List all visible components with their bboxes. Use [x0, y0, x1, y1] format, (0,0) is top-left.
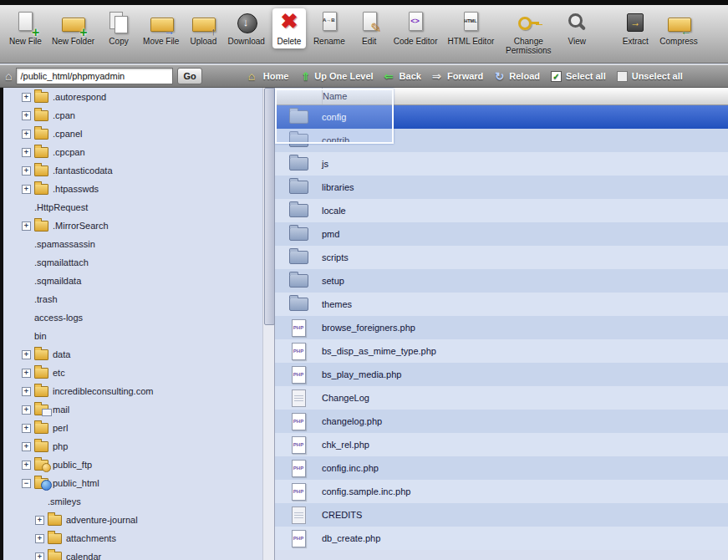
plus-expand-icon[interactable]: + [22, 405, 31, 415]
file-row[interactable]: bs_disp_as_mime_type.php [275, 339, 728, 363]
file-row[interactable]: browse_foreigners.php [275, 316, 728, 339]
toolbar-button-delete[interactable]: Delete [272, 8, 306, 48]
path-input[interactable] [16, 68, 173, 84]
plus-expand-icon[interactable]: + [22, 111, 31, 120]
file-row[interactable]: config [275, 105, 728, 129]
nav-back[interactable]: Back [384, 71, 421, 82]
nav-forward[interactable]: Forward [432, 71, 483, 82]
file-icon-cell [275, 413, 322, 430]
tree-item[interactable]: .trash [3, 290, 262, 308]
plus-expand-icon[interactable]: + [22, 369, 31, 378]
tree-item[interactable]: +attachments [3, 529, 262, 547]
file-row[interactable]: chk_rel.php [275, 433, 728, 456]
nav-unselect-all[interactable]: Unselect all [617, 71, 683, 82]
tree-item[interactable]: .sqmailattach [3, 253, 262, 272]
tree-item[interactable]: +.fantasticodata [3, 161, 262, 180]
minus-expand-icon[interactable]: − [22, 479, 31, 488]
toolbar-button-view[interactable]: View [560, 8, 593, 48]
plus-expand-icon[interactable]: + [22, 130, 31, 139]
tree-item[interactable]: +php [3, 437, 262, 456]
toolbar-button-new-file[interactable]: New File [7, 8, 44, 48]
toolbar-button-copy[interactable]: Copy [102, 8, 135, 48]
toolbar-button-compress[interactable]: Compress [657, 8, 700, 48]
tree-item[interactable]: +.cpan [3, 106, 262, 125]
toolbar-button-rename[interactable]: Rename [311, 8, 348, 48]
tree-item[interactable]: .sqmaildata [3, 272, 262, 290]
toolbar-button-new-folder[interactable]: New Folder [49, 8, 97, 48]
toolbar-button-html-editor[interactable]: HTML Editor [445, 8, 497, 48]
column-header-name[interactable]: Name [323, 91, 347, 101]
plus-expand-icon[interactable]: + [22, 185, 31, 194]
nav-reload[interactable]: Reload [494, 71, 540, 82]
file-icon-cell [275, 507, 322, 524]
tree-item[interactable]: +mail [3, 400, 262, 419]
file-row[interactable]: CREDITS [275, 503, 728, 527]
folder-icon [34, 147, 48, 158]
file-row[interactable]: config.inc.php [275, 456, 728, 480]
plus-expand-icon[interactable]: + [22, 387, 31, 396]
file-row[interactable]: js [275, 152, 728, 176]
tree-item-label: php [53, 441, 68, 451]
file-row[interactable]: ChangeLog [275, 386, 728, 410]
tree-item[interactable]: +.htpasswds [3, 180, 262, 198]
file-row[interactable]: config.sample.inc.php [275, 480, 728, 503]
tree-item[interactable]: bin [3, 327, 262, 345]
nav-up-one-level[interactable]: Up One Level [299, 71, 373, 82]
tree-item[interactable]: +.autorespond [3, 88, 262, 106]
toolbar-button-code-editor[interactable]: Code Editor [391, 8, 440, 48]
tree-item[interactable]: +etc [3, 364, 262, 382]
file-row[interactable]: scripts [275, 246, 728, 269]
folder-icon [289, 227, 308, 241]
file-row[interactable]: pmd [275, 222, 728, 246]
file-row[interactable]: db_create.php [275, 527, 728, 550]
file-row[interactable]: locale [275, 199, 728, 222]
file-row[interactable]: contrib [275, 129, 728, 152]
file-icon-cell [275, 366, 322, 384]
toolbar-button-change-permissions[interactable]: Change Permissions [501, 8, 555, 58]
plus-expand-icon[interactable]: + [22, 442, 31, 451]
file-row[interactable]: setup [275, 269, 728, 293]
tree-item[interactable]: +adventure-journal [3, 511, 262, 529]
tree-item[interactable]: access-logs [3, 308, 262, 327]
nav-home[interactable]: Home [248, 71, 289, 82]
plus-expand-icon[interactable]: + [35, 516, 44, 525]
tree-item[interactable]: +.cpanel [3, 125, 262, 143]
plus-expand-icon[interactable]: + [22, 148, 31, 157]
tree-item[interactable]: +public_ftp [3, 456, 262, 474]
tree-scrollbar[interactable] [262, 88, 275, 560]
plus-expand-icon[interactable]: + [22, 221, 31, 231]
plus-expand-icon[interactable]: + [22, 461, 31, 470]
toolbar-button-move-file[interactable]: Move File [140, 8, 181, 48]
scrollbar-thumb[interactable] [264, 88, 275, 325]
file-row[interactable]: bs_play_media.php [275, 363, 728, 386]
tree-item[interactable]: +perl [3, 419, 262, 437]
plus-expand-icon[interactable]: + [22, 350, 31, 359]
tree-item[interactable]: .spamassassin [3, 235, 262, 253]
tree-item[interactable]: −public_html [3, 474, 262, 492]
tree-item[interactable]: +calendar [3, 547, 262, 560]
file-name: libraries [322, 182, 354, 192]
tree-item-label: public_ftp [53, 460, 92, 470]
tree-item[interactable]: +.MirrorSearch [3, 216, 262, 235]
file-row[interactable]: changelog.php [275, 410, 728, 433]
plus-expand-icon[interactable]: + [35, 534, 44, 543]
file-icon-cell [275, 204, 322, 217]
plus-expand-icon[interactable]: + [22, 93, 31, 102]
tree-item[interactable]: .HttpRequest [3, 198, 262, 216]
plus-expand-icon[interactable]: + [35, 552, 44, 560]
tree-item[interactable]: +incredibleconsulting.com [3, 382, 262, 400]
toolbar-button-extract[interactable]: Extract [619, 8, 652, 48]
nav-select-all[interactable]: Select all [551, 71, 606, 82]
toolbar-button-edit[interactable]: Edit [353, 8, 386, 48]
file-row[interactable]: themes [275, 293, 728, 316]
plus-expand-icon[interactable]: + [22, 424, 31, 433]
file-row[interactable]: libraries [275, 176, 728, 199]
toolbar-button-download[interactable]: Download [225, 8, 267, 48]
toolbar-button-upload[interactable]: Upload [186, 8, 220, 48]
tree-item[interactable]: +.cpcpan [3, 143, 262, 161]
file-list-header: Name [275, 88, 728, 105]
tree-item[interactable]: +data [3, 345, 262, 364]
go-button[interactable]: Go [177, 68, 201, 84]
tree-item[interactable]: .smileys [3, 492, 262, 511]
plus-expand-icon[interactable]: + [22, 166, 31, 176]
